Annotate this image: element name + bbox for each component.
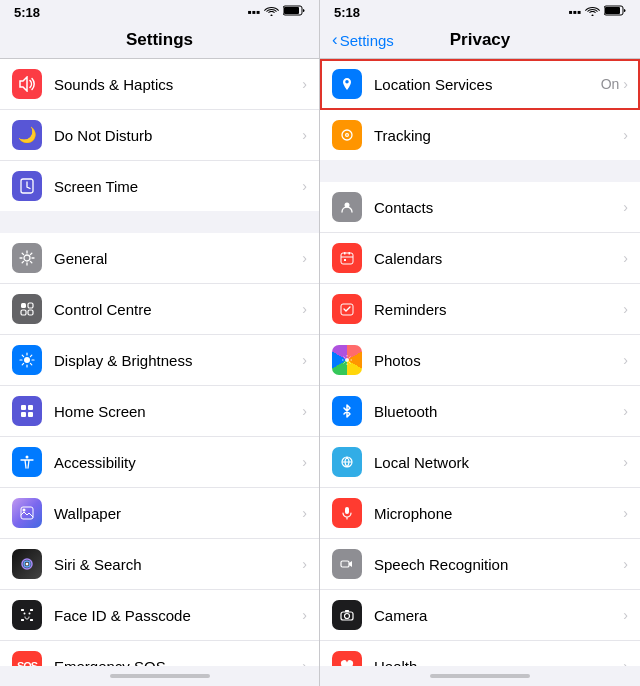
svg-rect-22 — [30, 619, 33, 621]
calendars-icon — [332, 243, 362, 273]
faceid-chevron: › — [302, 607, 307, 623]
back-button[interactable]: ‹ Settings — [332, 30, 394, 50]
sidebar-item-wallpaper[interactable]: Wallpaper › — [0, 488, 319, 539]
svg-rect-41 — [344, 259, 346, 261]
left-home-bar — [110, 674, 210, 678]
bluetooth-chevron: › — [623, 403, 628, 419]
sidebar-item-emergency[interactable]: SOS Emergency SOS › — [0, 641, 319, 666]
siri-chevron: › — [302, 556, 307, 572]
accessibility-chevron: › — [302, 454, 307, 470]
donotdisturb-label: Do Not Disturb — [54, 127, 302, 144]
localnetwork-chevron: › — [623, 454, 628, 470]
sidebar-item-screentime[interactable]: Screen Time › — [0, 161, 319, 211]
privacy-main-section: Contacts › Calendars › Reminders › — [320, 182, 640, 666]
svg-rect-40 — [349, 252, 351, 255]
bluetooth-label: Bluetooth — [374, 403, 623, 420]
general-icon — [12, 243, 42, 273]
privacy-item-bluetooth[interactable]: Bluetooth › — [320, 386, 640, 437]
location-icon — [332, 69, 362, 99]
privacy-item-photos[interactable]: Photos › — [320, 335, 640, 386]
sidebar-item-sounds[interactable]: Sounds & Haptics › — [0, 59, 319, 110]
sidebar-item-siri[interactable]: Siri & Search › — [0, 539, 319, 590]
health-icon — [332, 651, 362, 666]
photos-label: Photos — [374, 352, 623, 369]
microphone-chevron: › — [623, 505, 628, 521]
settings-list: Sounds & Haptics › 🌙 Do Not Disturb › Sc… — [0, 59, 319, 666]
right-signal-icon: ▪▪▪ — [568, 5, 581, 19]
reminders-icon — [332, 294, 362, 324]
sounds-label: Sounds & Haptics — [54, 76, 302, 93]
contacts-icon — [332, 192, 362, 222]
location-chevron: › — [623, 76, 628, 92]
speech-label: Speech Recognition — [374, 556, 623, 573]
calendars-label: Calendars — [374, 250, 623, 267]
contacts-label: Contacts — [374, 199, 623, 216]
contacts-chevron: › — [623, 199, 628, 215]
sidebar-item-homescreen[interactable]: Home Screen › — [0, 386, 319, 437]
donotdisturb-chevron: › — [302, 127, 307, 143]
section-gap-1 — [0, 211, 319, 233]
right-wifi-icon — [585, 5, 600, 19]
photos-icon — [332, 345, 362, 375]
display-icon — [12, 345, 42, 375]
svg-rect-11 — [21, 412, 26, 417]
privacy-item-localnetwork[interactable]: Local Network › — [320, 437, 640, 488]
sidebar-item-accessibility[interactable]: Accessibility › — [0, 437, 319, 488]
wallpaper-icon — [12, 498, 42, 528]
section-main: General › Control Centre › Display & Bri… — [0, 233, 319, 666]
privacy-item-microphone[interactable]: Microphone › — [320, 488, 640, 539]
privacy-item-calendars[interactable]: Calendars › — [320, 233, 640, 284]
tracking-label: Tracking — [374, 127, 623, 144]
svg-rect-20 — [30, 609, 33, 611]
camera-chevron: › — [623, 607, 628, 623]
homescreen-icon — [12, 396, 42, 426]
svg-rect-45 — [345, 507, 349, 514]
right-panel: 5:18 ▪▪▪ ‹ Settings Privacy Location Ser… — [320, 0, 640, 686]
svg-point-43 — [345, 358, 349, 362]
svg-point-15 — [23, 509, 26, 512]
right-nav-header: ‹ Settings Privacy — [320, 24, 640, 59]
sounds-chevron: › — [302, 76, 307, 92]
controlcentre-label: Control Centre — [54, 301, 302, 318]
emergency-icon: SOS — [12, 651, 42, 666]
svg-point-48 — [345, 614, 350, 619]
speech-icon — [332, 549, 362, 579]
sidebar-item-donotdisturb[interactable]: 🌙 Do Not Disturb › — [0, 110, 319, 161]
calendars-chevron: › — [623, 250, 628, 266]
reminders-label: Reminders — [374, 301, 623, 318]
privacy-item-tracking[interactable]: Tracking › — [320, 110, 640, 160]
svg-rect-5 — [28, 303, 33, 308]
wallpaper-chevron: › — [302, 505, 307, 521]
homescreen-chevron: › — [302, 403, 307, 419]
tracking-chevron: › — [623, 127, 628, 143]
general-label: General — [54, 250, 302, 267]
screentime-chevron: › — [302, 178, 307, 194]
right-section-gap — [320, 160, 640, 182]
left-battery-icon — [283, 5, 305, 19]
privacy-top-section: Location Services On › Tracking › — [320, 59, 640, 160]
sidebar-item-controlcentre[interactable]: Control Centre › — [0, 284, 319, 335]
sidebar-item-display[interactable]: Display & Brightness › — [0, 335, 319, 386]
left-home-indicator — [0, 666, 319, 686]
sidebar-item-faceid[interactable]: Face ID & Passcode › — [0, 590, 319, 641]
camera-label: Camera — [374, 607, 623, 624]
svg-rect-12 — [28, 412, 33, 417]
speech-chevron: › — [623, 556, 628, 572]
privacy-item-contacts[interactable]: Contacts › — [320, 182, 640, 233]
privacy-item-reminders[interactable]: Reminders › — [320, 284, 640, 335]
svg-rect-1 — [284, 7, 299, 14]
privacy-item-camera[interactable]: Camera › — [320, 590, 640, 641]
svg-rect-38 — [341, 253, 353, 264]
privacy-item-speech[interactable]: Speech Recognition › — [320, 539, 640, 590]
svg-rect-6 — [21, 310, 26, 315]
reminders-chevron: › — [623, 301, 628, 317]
svg-point-8 — [24, 357, 30, 363]
sidebar-item-general[interactable]: General › — [0, 233, 319, 284]
section-top: Sounds & Haptics › 🌙 Do Not Disturb › Sc… — [0, 59, 319, 211]
svg-rect-10 — [28, 405, 33, 410]
donotdisturb-icon: 🌙 — [12, 120, 42, 150]
privacy-item-health[interactable]: Health › — [320, 641, 640, 666]
privacy-item-location[interactable]: Location Services On › — [320, 59, 640, 110]
photos-chevron: › — [623, 352, 628, 368]
display-label: Display & Brightness — [54, 352, 302, 369]
